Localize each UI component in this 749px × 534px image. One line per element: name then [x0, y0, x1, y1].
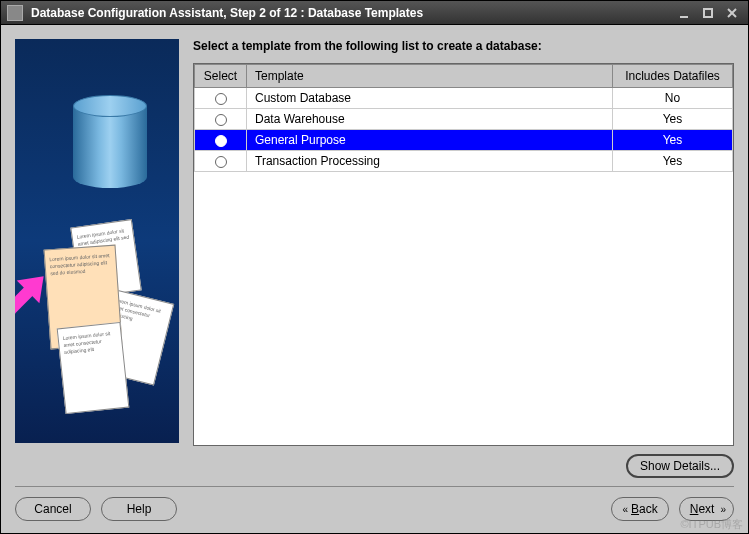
minimize-button[interactable]: [674, 4, 694, 22]
app-icon: [7, 5, 23, 21]
template-table: Select Template Includes Datafiles Custo…: [193, 63, 734, 446]
table-row[interactable]: Data Warehouse Yes: [195, 109, 733, 130]
chevron-right-icon: »: [720, 504, 723, 515]
next-button[interactable]: Next »: [679, 497, 734, 521]
col-header-select: Select: [195, 65, 247, 88]
includes-datafiles: Yes: [613, 151, 733, 172]
radio-general-purpose[interactable]: [215, 135, 227, 147]
template-name: General Purpose: [247, 130, 613, 151]
radio-data-warehouse[interactable]: [215, 114, 227, 126]
instruction-text: Select a template from the following lis…: [193, 39, 734, 53]
back-button[interactable]: « Back: [611, 497, 668, 521]
chevron-left-icon: «: [622, 504, 625, 515]
table-header-row: Select Template Includes Datafiles: [195, 65, 733, 88]
help-button[interactable]: Help: [101, 497, 177, 521]
content-area: Lorem ipsum dolor sit amet adipiscing el…: [1, 25, 748, 533]
template-name: Data Warehouse: [247, 109, 613, 130]
footer-buttons: Cancel Help « Back Next »: [15, 497, 734, 521]
titlebar: Database Configuration Assistant, Step 2…: [1, 1, 748, 25]
maximize-button[interactable]: [698, 4, 718, 22]
includes-datafiles: Yes: [613, 109, 733, 130]
template-paper-icon: Lorem ipsum dolor sit amet consectetur a…: [57, 322, 130, 414]
right-pane: Select a template from the following lis…: [193, 39, 734, 478]
back-label: B: [631, 502, 639, 516]
table-row[interactable]: Custom Database No: [195, 88, 733, 109]
dbca-window: Database Configuration Assistant, Step 2…: [0, 0, 749, 534]
radio-transaction-processing[interactable]: [215, 156, 227, 168]
radio-custom-database[interactable]: [215, 93, 227, 105]
separator: [15, 486, 734, 487]
includes-datafiles: No: [613, 88, 733, 109]
col-header-template: Template: [247, 65, 613, 88]
table-row[interactable]: Transaction Processing Yes: [195, 151, 733, 172]
wizard-illustration: Lorem ipsum dolor sit amet adipiscing el…: [15, 39, 179, 443]
window-title: Database Configuration Assistant, Step 2…: [31, 6, 670, 20]
cancel-button[interactable]: Cancel: [15, 497, 91, 521]
col-header-includes: Includes Datafiles: [613, 65, 733, 88]
database-cylinder-icon: [73, 95, 147, 195]
includes-datafiles: Yes: [613, 130, 733, 151]
table-row[interactable]: General Purpose Yes: [195, 130, 733, 151]
template-name: Transaction Processing: [247, 151, 613, 172]
next-label: N: [690, 502, 699, 516]
svg-rect-1: [704, 9, 712, 17]
template-name: Custom Database: [247, 88, 613, 109]
close-button[interactable]: [722, 4, 742, 22]
show-details-button[interactable]: Show Details...: [626, 454, 734, 478]
